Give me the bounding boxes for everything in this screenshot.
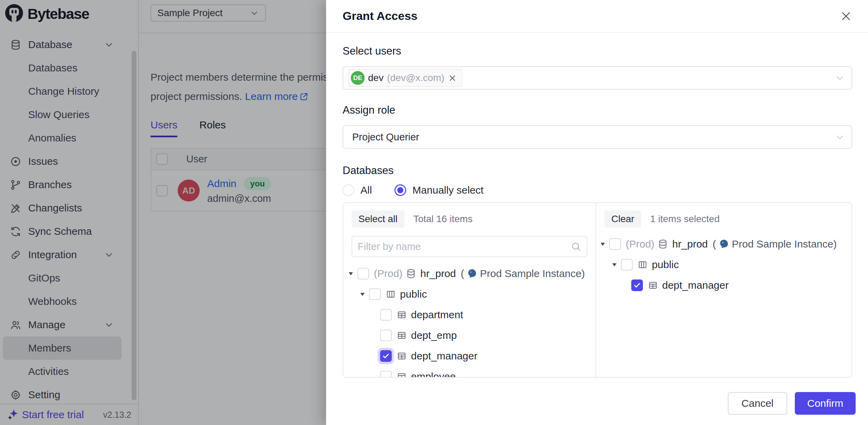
radio-manually-select[interactable]: Manually select	[394, 184, 483, 196]
target-panel-header: Clear 1 items selected	[596, 203, 852, 228]
clear-button[interactable]: Clear	[604, 210, 641, 228]
chevron-down-icon	[834, 131, 845, 142]
env-prefix: (Prod)	[626, 238, 654, 250]
schema-icon	[637, 260, 648, 270]
modal-title: Grant Access	[343, 9, 418, 23]
role-value: Project Querier	[348, 131, 419, 143]
tree-row-public[interactable]: public	[596, 254, 852, 275]
table-name: dept_emp	[411, 330, 457, 341]
tree-row-dept-manager[interactable]: dept_manager	[343, 346, 596, 366]
databases-mode-radios: All Manually select	[343, 184, 852, 196]
user-tag-email: (dev@x.com)	[387, 72, 444, 83]
tree-row-dept-emp[interactable]: dept_emp	[343, 325, 596, 346]
checkbox[interactable]	[357, 268, 369, 279]
target-tree: (Prod) hr_prod ( Prod Sample Instance)	[596, 234, 852, 296]
user-tag-name: dev	[368, 72, 383, 83]
checkbox[interactable]	[621, 259, 633, 271]
confirm-button[interactable]: Confirm	[795, 392, 856, 415]
modal-footer: Cancel Confirm	[728, 392, 856, 415]
modal-header: Grant Access	[326, 0, 868, 33]
table-name: dept_manager	[411, 350, 477, 362]
checkbox[interactable]	[369, 288, 381, 300]
tree-row-hr-prod[interactable]: (Prod) hr_prod ( Prod Sample Instance)	[343, 263, 596, 284]
env-prefix: (Prod)	[374, 268, 402, 279]
tree-row-hr-prod[interactable]: (Prod) hr_prod ( Prod Sample Instance)	[596, 234, 852, 254]
radio-manual-label: Manually select	[412, 184, 483, 196]
select-all-button[interactable]: Select all	[352, 210, 404, 228]
check-icon	[382, 352, 390, 360]
transfer-target-panel: Clear 1 items selected (Prod) hr_prod ( …	[596, 203, 852, 377]
table-name: dept_manager	[662, 279, 728, 291]
table-icon	[397, 371, 407, 377]
tree-row-employee[interactable]: employee	[343, 366, 596, 377]
expander-icon[interactable]	[359, 291, 366, 297]
radio-circle-checked[interactable]	[394, 184, 406, 196]
expander-icon[interactable]	[611, 262, 617, 268]
instance-label: ( Prod Sample Instance)	[713, 238, 837, 250]
check-icon	[633, 281, 641, 289]
tree-row-public[interactable]: public	[343, 284, 596, 305]
select-users-input[interactable]: DE dev (dev@x.com)	[343, 66, 852, 90]
assign-role-select[interactable]: Project Querier	[343, 125, 852, 149]
paren: (	[713, 238, 716, 250]
radio-circle[interactable]	[343, 184, 354, 196]
checkbox-checked[interactable]	[631, 279, 643, 291]
checkbox[interactable]	[380, 309, 392, 321]
database-name: hr_prod	[420, 268, 456, 279]
instance-label: ( Prod Sample Instance)	[461, 268, 585, 279]
table-name: employee	[411, 371, 456, 377]
postgresql-icon	[467, 268, 478, 279]
expander-icon[interactable]	[600, 241, 606, 247]
avatar: DE	[351, 71, 365, 85]
radio-all-label: All	[360, 184, 372, 196]
table-icon	[397, 351, 407, 361]
checkbox-checked[interactable]	[380, 350, 392, 362]
schema-name: public	[400, 288, 427, 300]
assign-role-label: Assign role	[343, 104, 852, 116]
radio-all[interactable]: All	[343, 184, 372, 196]
database-name: hr_prod	[672, 238, 708, 250]
cancel-button[interactable]: Cancel	[728, 392, 787, 415]
select-users-label: Select users	[343, 45, 852, 57]
search-icon	[571, 241, 581, 252]
table-name: department	[411, 309, 463, 321]
source-panel-header: Select all Total 16 items	[343, 203, 596, 228]
modal-body: Select users DE dev (dev@x.com) Assign r…	[326, 45, 868, 378]
database-icon	[406, 268, 416, 279]
source-tree: (Prod) hr_prod ( Prod Sample Instance)	[343, 263, 596, 377]
filter-input[interactable]	[358, 241, 571, 252]
database-icon	[658, 239, 668, 249]
checkbox[interactable]	[380, 371, 392, 377]
expander-icon[interactable]	[348, 271, 354, 277]
table-icon	[648, 280, 658, 290]
chevron-down-icon	[834, 72, 845, 83]
schema-name: public	[652, 259, 679, 271]
remove-user-icon[interactable]	[448, 73, 457, 83]
selected-user-tag: DE dev (dev@x.com)	[348, 69, 463, 87]
table-icon	[397, 310, 407, 320]
total-items-label: Total 16 items	[413, 214, 473, 225]
transfer-source-panel: Select all Total 16 items (Prod) hr_prod	[343, 203, 596, 377]
databases-label: Databases	[343, 164, 852, 177]
paren: (	[461, 268, 464, 279]
checkbox[interactable]	[380, 330, 392, 341]
grant-access-modal: Grant Access Select users DE dev (dev@x.…	[326, 0, 868, 425]
postgresql-icon	[719, 239, 730, 250]
database-transfer-panel: Select all Total 16 items (Prod) hr_prod	[343, 202, 852, 378]
filter-input-wrapper	[352, 236, 587, 257]
instance-name: Prod Sample Instance)	[732, 238, 837, 250]
checkbox[interactable]	[609, 238, 621, 250]
schema-icon	[386, 289, 396, 299]
selected-count-label: 1 items selected	[650, 214, 720, 225]
tree-row-department[interactable]: department	[343, 305, 596, 325]
close-icon[interactable]	[839, 9, 853, 23]
tree-row-dept-manager[interactable]: dept_manager	[596, 275, 852, 296]
instance-name: Prod Sample Instance)	[480, 268, 585, 279]
table-icon	[397, 330, 407, 341]
